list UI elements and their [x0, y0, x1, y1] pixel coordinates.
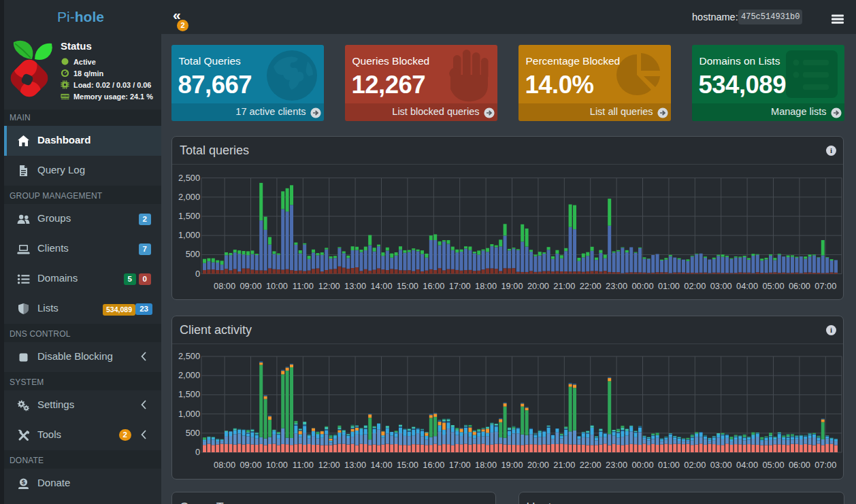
svg-text:$: $	[22, 479, 25, 486]
